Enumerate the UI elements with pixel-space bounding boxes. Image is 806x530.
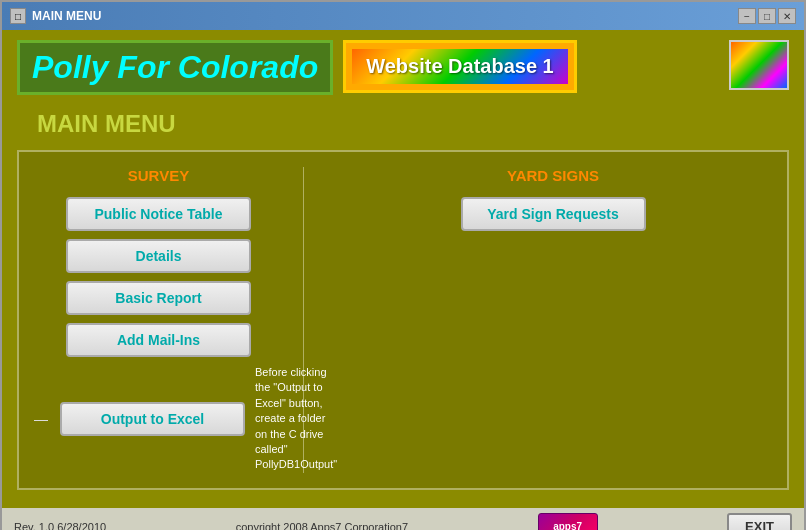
rev-text: Rev. 1.0 6/28/2010 (14, 521, 106, 530)
output-to-excel-button[interactable]: Output to Excel (60, 402, 245, 436)
minimize-button[interactable]: − (738, 8, 756, 24)
db-title-container: Website Database 1 (343, 40, 577, 93)
add-mail-ins-button[interactable]: Add Mail-Ins (66, 323, 251, 357)
basic-report-button[interactable]: Basic Report (66, 281, 251, 315)
window-controls: − □ ✕ (738, 8, 796, 24)
close-button[interactable]: ✕ (778, 8, 796, 24)
yard-sign-requests-button[interactable]: Yard Sign Requests (461, 197, 646, 231)
main-menu-label: MAIN MENU (37, 110, 789, 138)
menu-box: SURVEY Public Notice Table Details Basic… (17, 150, 789, 490)
maximize-button[interactable]: □ (758, 8, 776, 24)
yardsigns-column: YARD SIGNS Yard Sign Requests (304, 167, 772, 473)
output-section: — Output to Excel Before clicking the "O… (34, 365, 283, 473)
title-bar: □ MAIN MENU − □ ✕ (2, 2, 804, 30)
window-title: MAIN MENU (32, 9, 732, 23)
main-window: □ MAIN MENU − □ ✕ Polly For Colorado Web… (0, 0, 806, 530)
app-title: Polly For Colorado (17, 40, 333, 95)
survey-column: SURVEY Public Notice Table Details Basic… (34, 167, 304, 473)
db-title: Website Database 1 (350, 47, 570, 86)
footer-logo: apps7 (538, 513, 598, 530)
main-content: Polly For Colorado Website Database 1 MA… (2, 30, 804, 508)
separator: — (34, 411, 48, 427)
window-icon: □ (10, 8, 26, 24)
survey-header: SURVEY (128, 167, 189, 184)
public-notice-table-button[interactable]: Public Notice Table (66, 197, 251, 231)
footer: Rev. 1.0 6/28/2010 copyright 2008 Apps7 … (2, 508, 804, 530)
yardsigns-header: YARD SIGNS (507, 167, 599, 184)
logo-image (729, 40, 789, 90)
copyright-text: copyright 2008 Apps7 Corporation7 (236, 521, 408, 530)
header-row: Polly For Colorado Website Database 1 (17, 40, 789, 95)
exit-button[interactable]: EXIT (727, 513, 792, 530)
details-button[interactable]: Details (66, 239, 251, 273)
